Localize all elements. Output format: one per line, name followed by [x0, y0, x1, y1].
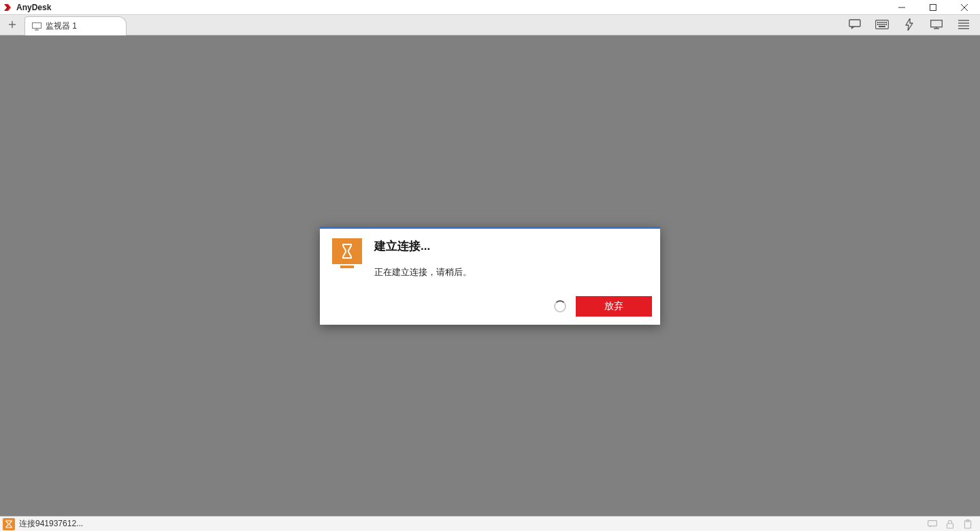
keyboard-button[interactable]: [868, 14, 896, 35]
lock-status-icon: [945, 519, 956, 530]
chat-status-icon: [927, 519, 938, 530]
svg-rect-14: [877, 22, 879, 23]
abort-button[interactable]: 放弃: [576, 296, 652, 317]
status-right-icons: [927, 519, 980, 530]
svg-rect-19: [877, 24, 879, 25]
monitor-icon: [32, 22, 42, 31]
display-button[interactable]: [923, 14, 950, 35]
connecting-dialog: 建立连接... 正在建立连接，请稍后。 放弃: [320, 227, 660, 325]
svg-rect-18: [885, 22, 887, 23]
chat-button[interactable]: [841, 14, 868, 35]
svg-marker-12: [851, 27, 855, 29]
svg-rect-24: [879, 26, 885, 27]
tab-monitor-1[interactable]: 监视器 1: [24, 16, 127, 35]
svg-rect-11: [849, 20, 860, 27]
svg-rect-8: [33, 22, 42, 28]
svg-rect-22: [883, 24, 885, 25]
svg-rect-20: [879, 24, 881, 25]
svg-rect-21: [881, 24, 883, 25]
svg-rect-23: [885, 24, 887, 25]
status-hourglass-icon: [3, 518, 15, 530]
new-tab-button[interactable]: [0, 14, 24, 35]
clipboard-status-icon: [962, 519, 973, 530]
svg-marker-25: [906, 18, 913, 31]
status-text: 连接941937612...: [19, 518, 83, 530]
toolbar: [841, 14, 980, 35]
window-maximize-button[interactable]: [917, 0, 949, 15]
tab-label: 监视器 1: [46, 20, 77, 32]
title-bar: AnyDesk: [0, 0, 980, 15]
dialog-message: 正在建立连接，请稍后。: [374, 266, 648, 278]
svg-rect-15: [879, 22, 881, 23]
main-viewport: 建立连接... 正在建立连接，请稍后。 放弃: [0, 35, 980, 516]
window-close-button[interactable]: [949, 0, 980, 15]
svg-rect-35: [947, 524, 953, 528]
svg-rect-17: [883, 22, 885, 23]
svg-rect-3: [930, 4, 936, 10]
app-title: AnyDesk: [15, 3, 51, 12]
tab-bar: 监视器 1: [0, 15, 980, 35]
svg-rect-16: [881, 22, 883, 23]
svg-rect-26: [931, 20, 943, 27]
svg-rect-33: [928, 520, 937, 526]
dialog-title: 建立连接...: [374, 238, 648, 254]
window-minimize-button[interactable]: [886, 0, 917, 15]
hourglass-monitor-icon: [332, 238, 362, 264]
menu-button[interactable]: [950, 14, 977, 35]
loading-spinner-icon: [554, 300, 566, 312]
app-logo-icon: [0, 0, 15, 15]
status-bar: 连接941937612...: [0, 516, 980, 531]
actions-button[interactable]: [896, 14, 923, 35]
